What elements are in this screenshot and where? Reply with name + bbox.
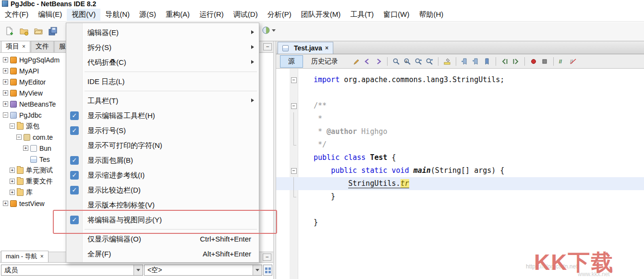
menubar-item[interactable]: 窗口(W) [378, 9, 414, 21]
shift-right-icon[interactable] [511, 57, 520, 66]
fold-collapse-icon[interactable] [290, 73, 298, 86]
view-menu-item[interactable]: IDE 日志(L) [66, 74, 259, 89]
menubar-item[interactable]: 文件(F) [0, 9, 33, 21]
members-combo[interactable]: 成员 [1, 265, 143, 276]
view-menu-popup: 编辑器(E)拆分(S)代码折叠(C)IDE 日志(L)工具栏(T)✓显示编辑器工… [66, 23, 259, 263]
toggle-highlight-icon[interactable] [443, 57, 451, 66]
find-occurrences-icon[interactable]: a [403, 57, 412, 66]
editor-toolbar-icons: a//// [352, 57, 578, 66]
save-all-icon[interactable] [47, 25, 59, 37]
tab-navigator[interactable]: main - 导航 × [1, 251, 49, 262]
fold-collapse-icon[interactable] [290, 164, 298, 177]
filter-combo[interactable]: <空> [144, 265, 262, 276]
tree-item-label: MyAPI [19, 67, 39, 75]
previous-bookmark-icon[interactable] [461, 57, 469, 66]
menubar-item[interactable]: 调试(D) [229, 9, 263, 21]
expand-icon[interactable]: + [10, 179, 15, 184]
source-view-button[interactable]: 源 [280, 55, 303, 68]
view-menu-item[interactable]: ✓显示比较边栏(D) [66, 182, 259, 197]
menubar-item[interactable]: 编辑(E) [33, 9, 67, 21]
new-project-icon[interactable] [18, 25, 30, 37]
view-menu-item[interactable]: ✓将编辑器与视图同步(Y) [66, 212, 259, 227]
collapse-icon[interactable]: − [3, 112, 8, 118]
find-selection-icon[interactable] [392, 57, 401, 66]
menubar-item[interactable]: 团队开发(M) [296, 9, 346, 21]
comment-icon[interactable]: // [558, 57, 567, 66]
code-line[interactable]: * [276, 112, 644, 125]
forward-icon[interactable] [374, 57, 383, 66]
code-line[interactable]: /** [276, 99, 644, 112]
tab-projects[interactable]: 项目 × [1, 41, 30, 52]
menubar-item[interactable]: 分析(P) [263, 9, 296, 21]
start-macro-icon[interactable] [529, 57, 538, 66]
code-line[interactable]: * @author Highgo [276, 125, 644, 138]
new-file-icon[interactable] [4, 25, 15, 37]
code-line[interactable]: StringUtils.tr [276, 177, 644, 190]
open-project-icon[interactable] [33, 25, 44, 37]
code-line[interactable] [276, 86, 644, 99]
menubar-item[interactable]: 源(S) [134, 9, 161, 21]
menubar-item[interactable]: 导航(N) [100, 9, 134, 21]
expand-icon[interactable]: + [10, 168, 15, 173]
tree-item-label: 源包 [26, 122, 39, 131]
ide-profile-dropdown[interactable] [262, 26, 276, 35]
expand-icon[interactable]: + [3, 57, 8, 62]
previous-occurrence-icon[interactable] [414, 57, 423, 66]
view-menu-item[interactable]: 代码折叠(C) [66, 55, 259, 70]
expand-icon[interactable]: + [3, 68, 8, 73]
checkmark-icon: ✓ [70, 216, 79, 224]
menubar-item[interactable]: 帮助(H) [414, 9, 448, 21]
view-menu-item[interactable]: ✓显示面包屑(B) [66, 153, 259, 168]
minimize-panel-button[interactable]: − [263, 43, 272, 50]
code-line[interactable] [276, 203, 644, 216]
last-edit-icon[interactable] [352, 57, 361, 66]
menubar-item[interactable]: 工具(T) [345, 9, 378, 21]
shift-left-icon[interactable] [500, 57, 509, 66]
toggle-bookmark-icon[interactable] [483, 57, 491, 66]
close-icon[interactable]: × [22, 44, 25, 49]
code-line[interactable]: } [276, 216, 644, 229]
collapse-icon[interactable]: − [16, 134, 22, 140]
uncomment-icon[interactable]: // [569, 57, 578, 66]
expand-icon[interactable]: + [3, 79, 8, 85]
view-menu-item[interactable]: 全屏(F)Alt+Shift+Enter [66, 246, 259, 261]
view-menu-item[interactable]: 显示不可打印的字符(N) [66, 138, 259, 153]
code-line[interactable]: } [276, 190, 644, 203]
code-line[interactable]: import org.apache.commons.lang3.StringUt… [276, 73, 644, 86]
menubar-item[interactable]: 视图(V) [67, 9, 100, 21]
expand-icon[interactable]: + [23, 146, 28, 151]
view-menu-item[interactable]: ✓显示缩进参考线(I) [66, 168, 259, 182]
view-menu-item[interactable]: 显示版本控制标签(V) [66, 197, 259, 212]
back-icon[interactable] [363, 57, 372, 66]
menubar-item[interactable]: 运行(R) [194, 9, 229, 21]
stop-macro-icon[interactable] [540, 57, 549, 66]
view-menu-item[interactable]: 工具栏(T) [66, 93, 259, 108]
menubar-item[interactable]: 重构(A) [161, 9, 194, 21]
code-line[interactable]: public static void main(String[] args) { [276, 164, 644, 177]
collapse-icon[interactable]: − [10, 123, 15, 129]
expand-icon[interactable]: + [10, 190, 15, 195]
fold-gutter [290, 86, 298, 99]
tab-files[interactable]: 文件 [31, 41, 54, 52]
minimize-navigator-button[interactable]: − [263, 254, 271, 261]
view-menu-item[interactable]: 编辑器(E) [66, 25, 259, 40]
next-bookmark-icon[interactable] [472, 57, 480, 66]
view-menu-item[interactable]: ✓显示行号(S) [66, 123, 259, 138]
expand-icon[interactable]: + [3, 201, 8, 206]
view-menu-item[interactable]: 拆分(S) [66, 40, 259, 55]
expand-icon[interactable]: + [3, 101, 8, 107]
view-menu-item[interactable]: 仅显示编辑器(O)Ctrl+Shift+Enter [66, 231, 259, 246]
fold-collapse-icon[interactable] [290, 99, 298, 112]
close-icon[interactable]: × [40, 254, 44, 259]
watermark-logo: KK下载 [534, 248, 614, 278]
tab-test-java[interactable]: Test.java × [278, 42, 333, 54]
close-icon[interactable]: × [325, 45, 328, 51]
next-occurrence-icon[interactable] [425, 57, 434, 66]
code-line[interactable]: public class Test { [276, 151, 644, 164]
menu-shortcut: Ctrl+Shift+Enter [200, 231, 251, 246]
view-menu-item[interactable]: ✓显示编辑器工具栏(H) [66, 108, 259, 123]
code-line[interactable]: */ [276, 138, 644, 151]
history-view-button[interactable]: 历史记录 [305, 55, 344, 68]
expand-icon[interactable]: + [3, 90, 8, 96]
filter-grid-button[interactable] [263, 265, 272, 276]
